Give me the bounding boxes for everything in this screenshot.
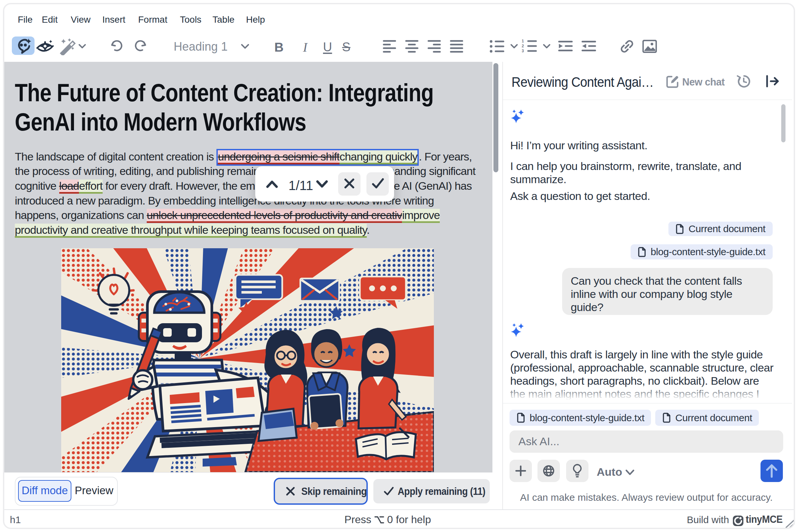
svg-text:2: 2	[522, 44, 524, 48]
svg-text:3: 3	[522, 49, 524, 53]
svg-text:1: 1	[522, 39, 524, 43]
